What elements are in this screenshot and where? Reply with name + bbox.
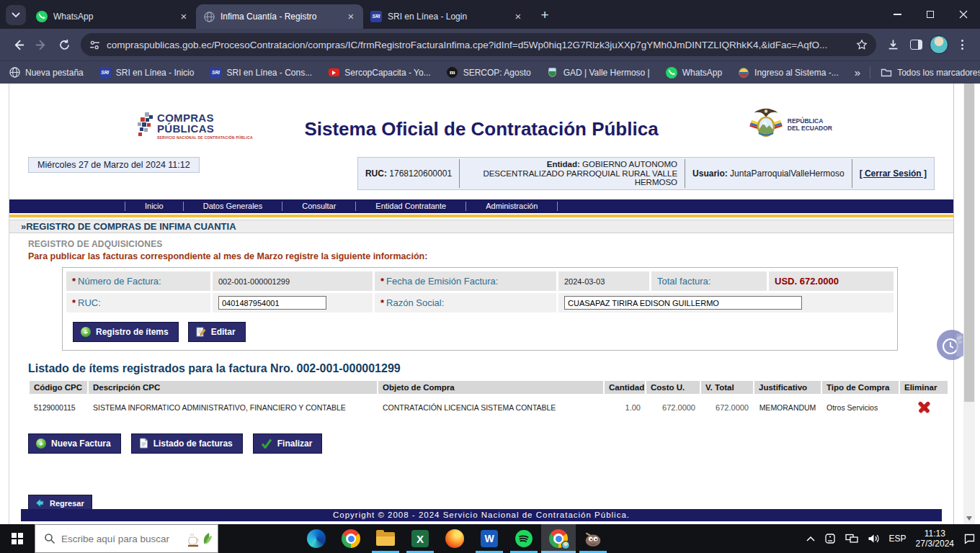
clock[interactable]: 11:13 27/3/2024 xyxy=(916,529,954,549)
bookmark-label: GAD | Valle Hermoso | xyxy=(564,68,650,78)
bookmark-gad-valle-hermoso[interactable]: GAD | Valle Hermoso | xyxy=(547,67,650,78)
taskbar-spotify[interactable] xyxy=(507,524,541,553)
all-bookmarks-button[interactable]: Todos los marcadores xyxy=(881,67,980,78)
taskbar-search[interactable] xyxy=(35,524,218,553)
kebab-menu-icon xyxy=(953,35,971,54)
cell-costo: 672.0000 xyxy=(646,395,700,417)
delete-item-icon[interactable] xyxy=(918,400,930,413)
globe-icon xyxy=(203,11,215,22)
bookmark-nueva-pestana[interactable]: Nueva pestaña xyxy=(9,67,84,78)
language-indicator[interactable]: ESP xyxy=(889,534,906,544)
volume-icon[interactable] xyxy=(868,534,880,544)
tab-whatsapp[interactable]: WhatsApp × xyxy=(29,4,196,29)
nav-datos-generales[interactable]: Datos Generales xyxy=(183,202,282,211)
taskbar-word[interactable]: W xyxy=(472,524,507,553)
action-center-button[interactable] xyxy=(963,533,976,544)
page-viewport: COMPRASPÚBLICAS SERVICIO NACIONAL DE CON… xyxy=(0,84,980,524)
tab-search-button[interactable] xyxy=(6,5,26,25)
tab-close-icon[interactable]: × xyxy=(177,10,190,23)
reload-button[interactable] xyxy=(53,34,75,55)
edit-icon xyxy=(196,326,206,337)
side-panel-button[interactable] xyxy=(905,34,927,55)
cell-justificativo: MEMORANDUM xyxy=(754,395,821,417)
m-circle-icon: m xyxy=(447,67,458,78)
finish-button[interactable]: Finalizar xyxy=(253,433,323,454)
network-icon[interactable] xyxy=(845,534,858,544)
col-descripcion-cpc: Descripción CPC xyxy=(89,381,377,394)
bookmarks-overflow-button[interactable]: » xyxy=(855,66,860,78)
tab-label: WhatsApp xyxy=(53,12,172,22)
profile-avatar[interactable] xyxy=(928,34,950,55)
scrollbar-thumb[interactable] xyxy=(964,84,974,402)
scrollbar-down-arrow[interactable] xyxy=(966,516,972,521)
bookmark-star-icon[interactable] xyxy=(856,39,868,50)
edge-icon xyxy=(307,529,326,548)
sri-icon: SRI xyxy=(99,67,111,78)
taskbar-chrome-pinned[interactable] xyxy=(334,524,368,553)
taskbar-firefox[interactable] xyxy=(437,524,472,553)
taskbar-excel[interactable]: X xyxy=(403,524,437,553)
maximize-button[interactable] xyxy=(914,0,947,29)
url-text: compraspublicas.gob.ec/ProcesoContrataci… xyxy=(107,40,850,50)
bookmark-sri-inicio[interactable]: SRI SRI en Línea - Inicio xyxy=(99,67,195,78)
tab-close-icon[interactable]: × xyxy=(344,10,357,23)
bookmark-label: Nueva pestaña xyxy=(25,68,84,78)
search-input[interactable] xyxy=(61,534,180,544)
total-label: Total factura: xyxy=(651,271,767,291)
taskbar-gimp[interactable] xyxy=(576,524,610,553)
downloads-button[interactable] xyxy=(882,34,904,55)
forward-button[interactable] xyxy=(30,34,52,55)
tab-close-icon[interactable]: × xyxy=(512,10,525,23)
bookmark-sercop-agosto[interactable]: m SERCOP: Agosto xyxy=(447,67,531,78)
col-eliminar: Eliminar xyxy=(900,381,948,394)
bookmark-label: SercopCapacita - Yo... xyxy=(344,68,430,78)
tab-sri-login[interactable]: SRI SRI en Línea - Login × xyxy=(363,4,530,29)
ruc-input[interactable] xyxy=(218,296,326,310)
tab-infima-cuantia[interactable]: Infima Cuantía - Registro × xyxy=(196,4,363,29)
excel-icon: X xyxy=(411,530,429,547)
taskbar-chrome-active[interactable] xyxy=(541,524,576,553)
nav-consultar[interactable]: Consultar xyxy=(282,202,355,211)
bookmark-ingreso-sistema[interactable]: Ingreso al Sistema -... xyxy=(738,67,839,78)
crest-line1: REPÚBLICA xyxy=(788,117,824,125)
razon-social-label: *Razón Social: xyxy=(375,293,556,313)
razon-social-input[interactable] xyxy=(564,296,802,310)
taskbar-edge[interactable] xyxy=(299,524,334,553)
main-navigation: Inicio Datos Generales Consultar Entidad… xyxy=(9,199,953,213)
logout-link[interactable]: [ Cerrar Sesión ] xyxy=(860,168,927,179)
session-box: RUC: 1768120600001 Entidad: GOBIERNO AUT… xyxy=(357,157,935,190)
browser-menu-button[interactable] xyxy=(951,34,973,55)
firefox-icon xyxy=(445,529,464,548)
side-panel-icon xyxy=(910,40,922,50)
back-button[interactable] xyxy=(7,34,29,55)
close-window-button[interactable] xyxy=(947,0,980,29)
invoice-list-button[interactable]: Listado de facturas xyxy=(131,433,243,454)
cell-tipo-compra: Otros Servicios xyxy=(822,395,899,417)
taskbar-file-explorer[interactable] xyxy=(368,524,403,553)
tray-expand-button[interactable] xyxy=(806,536,815,541)
col-justificativo: Justificativo xyxy=(754,381,821,394)
shield-icon xyxy=(547,67,558,78)
nav-inicio[interactable]: Inicio xyxy=(125,202,183,211)
current-datetime: Miércoles 27 de Marzo del 2024 11:12 xyxy=(28,157,200,173)
new-invoice-button[interactable]: + Nueva Factura xyxy=(28,433,121,454)
register-items-button[interactable]: + Registro de ítems xyxy=(73,322,179,342)
nav-administracion[interactable]: Administración xyxy=(466,202,558,211)
nav-entidad-contratante[interactable]: Entidad Contratante xyxy=(355,202,466,211)
edit-button[interactable]: Editar xyxy=(188,322,246,342)
ruc-field-label: *RUC: xyxy=(66,293,210,313)
start-button[interactable] xyxy=(0,524,35,553)
search-icon xyxy=(44,533,55,544)
all-bookmarks-label: Todos los marcadores xyxy=(897,68,980,78)
address-bar[interactable]: compraspublicas.gob.ec/ProcesoContrataci… xyxy=(81,33,876,56)
file-explorer-icon xyxy=(376,532,395,546)
col-objeto-compra: Objeto de Compra xyxy=(378,381,603,394)
tray-app-icon[interactable] xyxy=(824,533,836,544)
new-tab-button[interactable]: + xyxy=(535,5,555,25)
bookmark-whatsapp[interactable]: WhatsApp xyxy=(666,67,722,78)
bookmark-sri-consultas[interactable]: SRI SRI en Línea - Cons... xyxy=(210,67,312,78)
folder-icon xyxy=(881,67,892,78)
bookmark-sercopcapacita[interactable]: SercopCapacita - Yo... xyxy=(328,67,430,78)
forward-icon xyxy=(35,39,48,51)
minimize-button[interactable] xyxy=(881,0,914,29)
